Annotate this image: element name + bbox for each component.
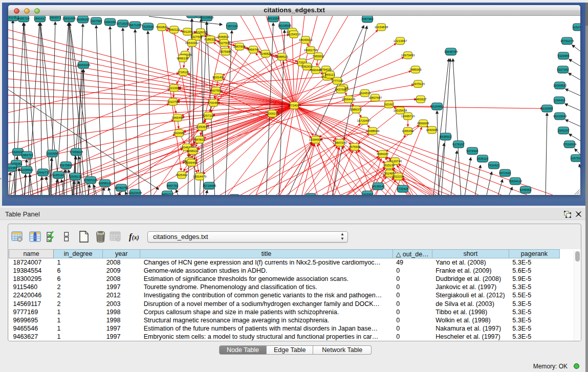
svg-text:1700481: 1700481 [207, 101, 220, 104]
svg-text:2935114: 2935114 [477, 157, 489, 160]
svg-text:1640935: 1640935 [426, 128, 438, 132]
svg-text:845121: 845121 [325, 73, 336, 76]
svg-text:15716485: 15716485 [203, 184, 216, 187]
svg-text:9245652: 9245652 [519, 188, 532, 191]
svg-text:1527602: 1527602 [90, 19, 102, 23]
svg-text:16671355: 16671355 [128, 24, 142, 27]
svg-text:7575692: 7575692 [349, 145, 361, 148]
svg-text:12505135: 12505135 [69, 175, 82, 178]
svg-text:9896132: 9896132 [177, 57, 189, 60]
svg-text:1903571: 1903571 [49, 16, 61, 19]
svg-text:7625402: 7625402 [176, 173, 188, 177]
svg-text:19218506: 19218506 [278, 24, 292, 27]
svg-text:1503992: 1503992 [361, 193, 374, 195]
svg-text:3267110: 3267110 [203, 114, 215, 117]
svg-text:16210643: 16210643 [553, 115, 567, 118]
svg-text:17957225: 17957225 [84, 179, 98, 182]
svg-text:13807249: 13807249 [333, 141, 347, 144]
svg-text:14136141: 14136141 [372, 185, 385, 188]
svg-text:1965493: 1965493 [171, 116, 184, 119]
svg-text:11254319: 11254319 [287, 33, 301, 36]
svg-text:8938923: 8938923 [440, 135, 452, 138]
svg-text:17359928: 17359928 [70, 150, 83, 154]
svg-text:8427552: 8427552 [210, 89, 222, 92]
svg-text:6466160: 6466160 [104, 20, 116, 24]
svg-text:20564436: 20564436 [342, 98, 356, 101]
svg-text:16914479: 16914479 [193, 175, 207, 178]
svg-text:12213967: 12213967 [394, 39, 407, 42]
svg-text:2986372: 2986372 [350, 108, 362, 111]
svg-text:887833: 887833 [194, 138, 205, 141]
svg-text:8186323: 8186323 [204, 38, 216, 41]
svg-text:10154838: 10154838 [375, 26, 388, 29]
svg-text:10973493: 10973493 [401, 54, 415, 57]
svg-text:1463627: 1463627 [415, 98, 427, 101]
svg-text:9474444: 9474444 [466, 149, 478, 152]
svg-text:1167534: 1167534 [571, 157, 580, 160]
svg-text:29053346: 29053346 [77, 63, 91, 67]
svg-text:7515526: 7515526 [142, 25, 154, 28]
svg-text:15751074: 15751074 [560, 39, 574, 42]
svg-text:16543362: 16543362 [185, 41, 199, 45]
svg-text:2546810: 2546810 [217, 35, 229, 38]
svg-text:8454749: 8454749 [247, 48, 259, 51]
svg-text:11156829: 11156829 [20, 168, 33, 171]
svg-text:5498222: 5498222 [187, 149, 199, 152]
svg-text:12093822: 12093822 [553, 84, 567, 87]
svg-text:16782759: 16782759 [115, 186, 128, 189]
svg-text:62160: 62160 [385, 103, 394, 106]
svg-text:1733426: 1733426 [397, 187, 409, 190]
svg-text:7632621: 7632621 [488, 164, 500, 167]
svg-text:12923448: 12923448 [128, 191, 142, 194]
svg-text:8660123: 8660123 [168, 28, 180, 31]
svg-text:11353594: 11353594 [195, 125, 209, 128]
svg-text:1244415: 1244415 [553, 99, 565, 102]
svg-text:8813054: 8813054 [267, 17, 279, 20]
svg-text:16055267: 16055267 [76, 18, 90, 21]
svg-text:9327505: 9327505 [218, 41, 230, 45]
svg-text:1624514: 1624514 [359, 92, 371, 95]
svg-text:9329966: 9329966 [557, 54, 570, 57]
svg-text:10688609: 10688609 [366, 129, 380, 133]
svg-text:7357234: 7357234 [226, 25, 238, 28]
svg-text:1365492: 1365492 [402, 129, 414, 133]
svg-text:9657791: 9657791 [166, 184, 179, 187]
svg-text:15720407: 15720407 [357, 119, 371, 122]
svg-text:891295: 891295 [182, 30, 193, 33]
svg-text:7955812: 7955812 [312, 55, 324, 58]
svg-text:6437568: 6437568 [335, 88, 347, 91]
svg-text:10807487: 10807487 [368, 96, 382, 99]
svg-text:7663822: 7663822 [156, 26, 168, 29]
svg-text:12213383: 12213383 [167, 86, 181, 90]
svg-text:10975867: 10975867 [59, 164, 73, 167]
svg-text:10025438: 10025438 [394, 109, 407, 112]
svg-text:8215958: 8215958 [541, 107, 553, 110]
svg-text:5684067: 5684067 [377, 152, 389, 156]
svg-text:7485003: 7485003 [409, 68, 422, 71]
svg-text:9115460: 9115460 [431, 105, 444, 108]
svg-text:9327509: 9327509 [190, 35, 203, 38]
svg-text:1569297: 1569297 [557, 129, 570, 132]
svg-text:1145194: 1145194 [53, 173, 65, 177]
svg-text:2020656: 2020656 [46, 152, 58, 155]
svg-text:6179197: 6179197 [452, 143, 465, 146]
svg-text:13495716: 13495716 [401, 115, 415, 118]
svg-text:12975115: 12975115 [411, 82, 425, 85]
svg-text:1916682: 1916682 [173, 132, 185, 135]
svg-text:8471626: 8471626 [499, 171, 511, 174]
svg-text:4055724: 4055724 [17, 17, 30, 20]
svg-text:23300275: 23300275 [266, 112, 279, 115]
svg-text:2718129: 2718129 [177, 71, 189, 74]
svg-text:9777169: 9777169 [331, 79, 343, 82]
svg-text:10033809: 10033809 [200, 16, 214, 19]
svg-text:18724007: 18724007 [288, 104, 301, 107]
svg-text:1615132: 1615132 [383, 164, 395, 167]
svg-text:6899695: 6899695 [417, 122, 429, 125]
svg-text:9450212: 9450212 [161, 193, 173, 195]
svg-text:10648784: 10648784 [444, 50, 458, 53]
svg-text:9146821: 9146821 [259, 52, 272, 55]
svg-text:8099468: 8099468 [185, 161, 198, 164]
svg-text:1841617: 1841617 [34, 17, 46, 20]
svg-text:12942737: 12942737 [36, 171, 50, 174]
svg-text:2967608: 2967608 [233, 45, 246, 48]
